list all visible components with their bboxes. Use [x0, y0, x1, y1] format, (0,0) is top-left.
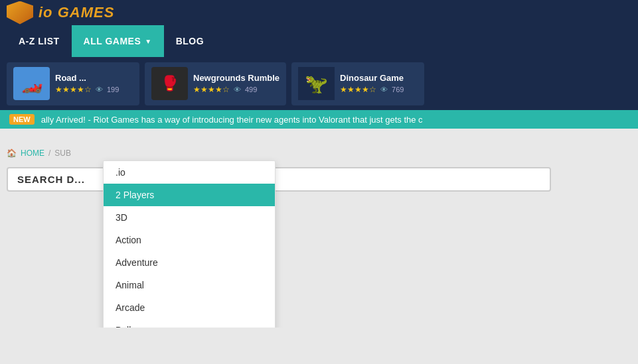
dropdown-item-adventure[interactable]: Adventure: [104, 251, 275, 274]
site-title: io GAMES: [39, 4, 114, 21]
all-games-dropdown: .io2 Players3DActionAdventureAnimalArcad…: [103, 160, 276, 328]
dropdown-item-animal[interactable]: Animal: [104, 274, 275, 296]
chevron-down-icon: ▼: [145, 38, 151, 45]
breadcrumb: 🏠 HOME / SUB: [7, 149, 631, 158]
ticker-text: ally Arrived! - Riot Games has a way of …: [41, 115, 423, 125]
game-thumbnail-3: 🦖: [298, 67, 335, 100]
game-title-1: Road ...: [55, 73, 133, 83]
dropdown-item-3d[interactable]: 3D: [104, 206, 275, 229]
nav-az-list[interactable]: A-Z LIST: [7, 25, 72, 57]
banner-game-2[interactable]: 🥊 Newgrounds Rumble ★★★★☆ 👁 499: [145, 62, 286, 105]
game-title-2: Newgrounds Rumble: [193, 73, 279, 83]
banner-game-3[interactable]: 🦖 Dinosaur Game ★★★★☆ 👁 769: [291, 62, 424, 105]
dropdown-item-ball[interactable]: Ball: [104, 319, 275, 328]
dropdown-item-action[interactable]: Action: [104, 229, 275, 251]
news-ticker: NEW ally Arrived! - Riot Games has a way…: [0, 110, 638, 129]
new-badge: NEW: [9, 114, 35, 125]
game-thumbnail-2: 🥊: [151, 67, 188, 100]
banner-area: 🏎️ Road ... ★★★★☆ 👁 199 🥊 Newgrounds Rum…: [0, 57, 638, 110]
breadcrumb-home[interactable]: HOME: [21, 149, 44, 158]
game-thumbnail-1: 🏎️: [13, 67, 50, 100]
eye-icon-2: 👁: [234, 86, 241, 93]
eye-icon-3: 👁: [380, 86, 388, 93]
home-icon: 🏠: [7, 149, 17, 158]
nav-all-games[interactable]: ALL GAMES ▼: [72, 25, 164, 57]
view-count-2: 499: [245, 86, 257, 93]
eye-icon-1: 👁: [96, 86, 103, 93]
dropdown-item-arcade[interactable]: Arcade: [104, 296, 275, 319]
game-stars-2: ★★★★☆: [193, 85, 230, 94]
search-bar: [7, 167, 551, 192]
nav-blog[interactable]: BLOG: [164, 25, 216, 57]
breadcrumb-sep: /: [48, 149, 50, 158]
dropdown-item-2-players[interactable]: 2 Players: [104, 184, 275, 206]
nav-bar: A-Z LIST ALL GAMES ▼ BLOG: [0, 25, 638, 57]
game-stars-3: ★★★★☆: [340, 85, 376, 94]
main-content: .io2 Players3DActionAdventureAnimalArcad…: [0, 129, 638, 328]
banner-game-1[interactable]: 🏎️ Road ... ★★★★☆ 👁 199: [7, 62, 139, 105]
search-input[interactable]: [17, 174, 540, 185]
view-count-3: 769: [392, 86, 404, 93]
game-title-3: Dinosaur Game: [340, 73, 418, 83]
dropdown-item-.io[interactable]: .io: [104, 161, 275, 184]
breadcrumb-sub: SUB: [54, 149, 71, 158]
view-count-1: 199: [107, 86, 119, 93]
game-stars-1: ★★★★☆: [55, 85, 92, 94]
